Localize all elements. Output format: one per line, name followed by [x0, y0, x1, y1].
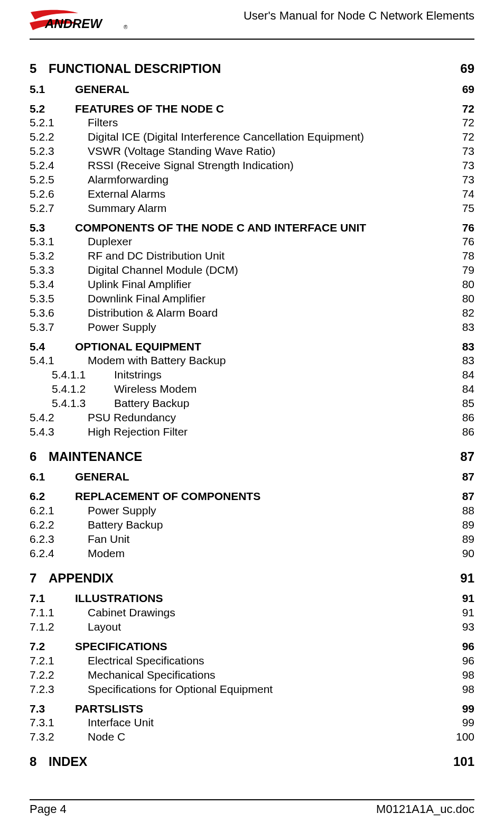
toc-entry: 8INDEX101: [30, 754, 474, 770]
toc-entry-number: 7: [30, 570, 49, 587]
page-header: ANDREW ® User's Manual for Node C Networ…: [30, 8, 474, 39]
toc-entry-number: 5.4: [30, 340, 75, 354]
toc-entry-number: 6.2.1: [30, 504, 88, 518]
toc-entry-number: 5.4.2: [30, 411, 88, 425]
svg-text:®: ®: [124, 24, 128, 30]
toc-spacer: [30, 439, 474, 449]
toc-entry-page: 86: [453, 411, 474, 425]
toc-entry-title: FEATURES OF THE NODE C: [75, 102, 224, 116]
toc-entry-page: 85: [453, 396, 474, 411]
toc-entry: 5.4.1.2Wireless Modem84: [30, 382, 474, 396]
toc-entry-left: 5.3.3Digital Channel Module (DCM): [30, 263, 238, 278]
toc-entry-title: VSWR (Voltage Standing Wave Ratio): [88, 144, 275, 159]
toc-entry-title: Battery Backup: [114, 396, 189, 411]
document-title: User's Manual for Node C Network Element…: [244, 8, 474, 23]
toc-entry: 5.2.3VSWR (Voltage Standing Wave Ratio)7…: [30, 144, 474, 159]
toc-entry-title: RSSI (Receive Signal Strength Indication…: [88, 159, 294, 173]
toc-entry-left: 7APPENDIX: [30, 570, 114, 587]
toc-entry-number: 5: [30, 61, 49, 77]
toc-entry-left: 5.2FEATURES OF THE NODE C: [30, 102, 224, 116]
toc-entry: 7.2.3Specifications for Optional Equipme…: [30, 682, 474, 697]
brand-logo: ANDREW ®: [30, 8, 130, 33]
toc-entry-title: Electrical Specifications: [88, 654, 204, 668]
toc-entry-title: Distribution & Alarm Board: [88, 306, 218, 320]
toc-entry-page: 84: [453, 368, 474, 382]
toc-entry-page: 88: [453, 504, 474, 518]
toc-entry-left: 5.2.2Digital ICE (Digital Interference C…: [30, 130, 364, 144]
toc-entry: 5.4OPTIONAL EQUIPMENT83: [30, 340, 474, 354]
toc-entry: 6.2.4Modem90: [30, 547, 474, 561]
toc-entry: 5.2.2Digital ICE (Digital Interference C…: [30, 130, 474, 144]
toc-spacer: [30, 484, 474, 489]
toc-entry: 5.3.3Digital Channel Module (DCM)79: [30, 263, 474, 278]
toc-entry-left: 5.3.4Uplink Final Amplifier: [30, 278, 191, 292]
toc-spacer: [30, 697, 474, 702]
toc-entry-number: 7.2.3: [30, 682, 88, 697]
toc-entry: 7.1ILLUSTRATIONS91: [30, 591, 474, 606]
toc-entry: 7.2.1Electrical Specifications96: [30, 654, 474, 668]
toc-entry-number: 5.2.7: [30, 201, 88, 216]
toc-entry-title: Power Supply: [88, 320, 156, 335]
toc-entry-left: 7.2SPECIFICATIONS: [30, 640, 167, 654]
toc-entry-number: 7.3.1: [30, 716, 88, 730]
toc-entry-number: 5.4.1.1: [30, 368, 114, 382]
toc-entry: 5.2.6External Alarms74: [30, 187, 474, 201]
toc-entry-page: 91: [453, 606, 474, 620]
toc-entry-page: 98: [453, 682, 474, 697]
toc-entry-left: 6.1GENERAL: [30, 470, 129, 484]
toc-entry-title: Summary Alarm: [88, 201, 166, 216]
toc-entry-title: Node C: [88, 730, 125, 744]
toc-entry-title: COMPONENTS OF THE NODE C AND INTERFACE U…: [75, 221, 366, 235]
toc-entry-page: 91: [453, 570, 474, 587]
toc-entry-title: Wireless Modem: [114, 382, 197, 396]
toc-entry-left: 6.2.4Modem: [30, 547, 125, 561]
toc-entry: 7.1.2Layout93: [30, 620, 474, 634]
toc-entry: 5.3.1Duplexer76: [30, 235, 474, 249]
toc-entry-number: 5.1: [30, 82, 75, 97]
toc-entry-number: 5.3.2: [30, 249, 88, 263]
toc-entry: 5.2.5Alarmforwarding73: [30, 173, 474, 187]
toc-entry-number: 7.3: [30, 702, 75, 716]
toc-entry-left: 7.3.2Node C: [30, 730, 125, 744]
toc-entry-title: SPECIFICATIONS: [75, 640, 167, 654]
toc-entry: 5.3.6Distribution & Alarm Board82: [30, 306, 474, 320]
toc-entry-title: Alarmforwarding: [88, 173, 169, 187]
toc-entry-page: 76: [453, 235, 474, 249]
toc-spacer: [30, 97, 474, 102]
toc-entry-number: 5.2.2: [30, 130, 88, 144]
toc-entry-number: 5.3.1: [30, 235, 88, 249]
toc-spacer: [30, 561, 474, 570]
toc-entry-page: 73: [453, 144, 474, 159]
toc-entry-title: Interface Unit: [88, 716, 154, 730]
toc-entry-left: 6.2.3Fan Unit: [30, 532, 129, 547]
toc-entry-number: 5.2: [30, 102, 75, 116]
toc-entry-title: FUNCTIONAL DESCRIPTION: [49, 61, 221, 77]
toc-entry-title: Initstrings: [114, 368, 162, 382]
toc-entry-number: 5.2.5: [30, 173, 88, 187]
toc-entry-title: Downlink Final Amplifier: [88, 292, 206, 306]
toc-entry-page: 87: [453, 489, 474, 504]
toc-entry: 5.3.5Downlink Final Amplifier80: [30, 292, 474, 306]
toc-entry: 7.3.2Node C100: [30, 730, 474, 744]
toc-entry-left: 6.2REPLACEMENT OF COMPONENTS: [30, 489, 260, 504]
toc-entry-left: 6.2.1Power Supply: [30, 504, 156, 518]
toc-entry-left: 5.3COMPONENTS OF THE NODE C AND INTERFAC…: [30, 221, 366, 235]
table-of-contents: 5FUNCTIONAL DESCRIPTION695.1GENERAL695.2…: [30, 40, 474, 778]
toc-entry-page: 72: [453, 102, 474, 116]
footer-page-label: Page 4: [30, 802, 67, 816]
toc-entry-page: 86: [453, 425, 474, 439]
toc-entry: 5FUNCTIONAL DESCRIPTION69: [30, 61, 474, 77]
toc-entry-number: 5.4.1.3: [30, 396, 114, 411]
toc-entry-left: 7.2.1Electrical Specifications: [30, 654, 204, 668]
toc-entry-title: REPLACEMENT OF COMPONENTS: [75, 489, 260, 504]
toc-entry-page: 78: [453, 249, 474, 263]
toc-entry-number: 5.3.4: [30, 278, 88, 292]
toc-spacer: [30, 586, 474, 591]
toc-entry-left: 5.2.7Summary Alarm: [30, 201, 166, 216]
toc-entry-left: 7.1.1Cabinet Drawings: [30, 606, 175, 620]
toc-entry-number: 5.2.1: [30, 116, 88, 130]
toc-spacer: [30, 77, 474, 82]
toc-entry-left: 5.3.5Downlink Final Amplifier: [30, 292, 206, 306]
toc-entry: 5.4.1.1Initstrings84: [30, 368, 474, 382]
toc-entry-title: Specifications for Optional Equipment: [88, 682, 273, 697]
